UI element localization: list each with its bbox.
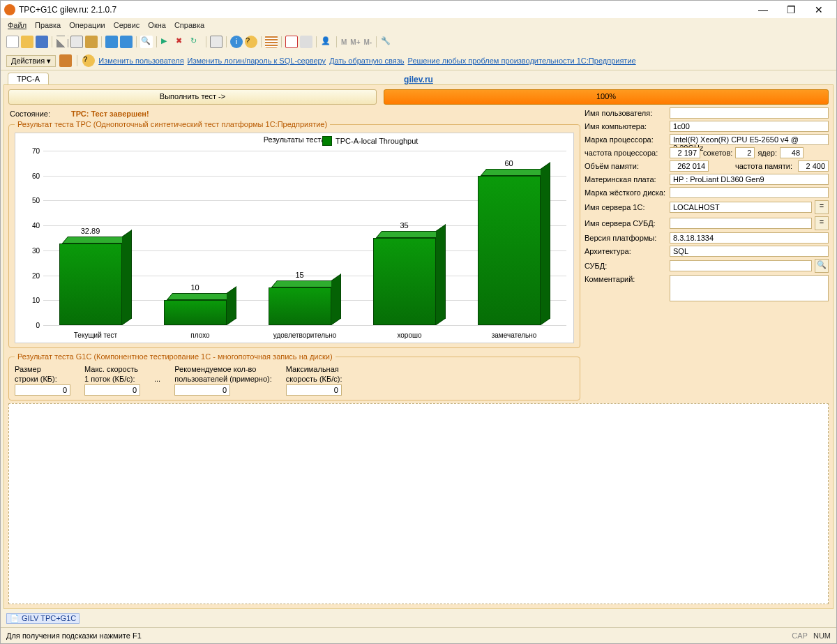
tab-tpc-a[interactable]: TPC-A <box>8 73 49 84</box>
help-icon[interactable]: ? <box>245 36 257 48</box>
state-value: ТРС: Тест завершен! <box>71 110 149 118</box>
mb-field[interactable]: HP : ProLiant DL360 Gen9 <box>670 174 829 185</box>
find-icon[interactable]: 🔍 <box>140 36 153 48</box>
window-controls: — ❐ ✕ <box>749 4 833 15</box>
mem-field[interactable]: 262 014 <box>670 160 709 172</box>
computer-label: Имя компьютера: <box>585 122 667 130</box>
legend-swatch <box>322 136 332 146</box>
progress-bar: 100% <box>384 89 829 105</box>
actions-dropdown[interactable]: Действия ▾ <box>6 55 56 67</box>
close-button[interactable]: ✕ <box>805 4 833 15</box>
close-doc-icon[interactable]: ✖ <box>175 36 188 48</box>
cut-icon[interactable] <box>56 36 68 48</box>
status-hint: Для получения подсказки нажмите F1 <box>6 631 142 640</box>
m-plus-button[interactable]: М+ <box>349 38 361 46</box>
m-minus-button[interactable]: М- <box>363 38 373 46</box>
launch-icon[interactable]: ▶ <box>160 36 173 48</box>
action-help-icon[interactable]: ? <box>82 54 95 67</box>
calc-icon[interactable] <box>300 36 312 48</box>
link-change-user[interactable]: Изменить пользователя <box>98 57 183 65</box>
chart-area: Результаты теста TPC-A-local Throughput … <box>15 133 574 343</box>
actions-bar: Действия ▾ ? Изменить пользователя Измен… <box>1 52 836 70</box>
title-bar: TPC+G1C gilev.ru: 2.1.0.7 — ❐ ✕ <box>1 1 836 18</box>
srvdb-field[interactable] <box>670 218 812 229</box>
grid-icon[interactable] <box>265 36 278 48</box>
menu-edit[interactable]: Правка <box>35 21 61 29</box>
menu-windows[interactable]: Окна <box>148 21 166 29</box>
copy2-icon[interactable] <box>210 36 223 48</box>
srvdb-eq-button[interactable]: = <box>815 216 829 230</box>
info-panel: Имя пользователя: Имя компьютера:1c00 Ма… <box>585 107 829 400</box>
mem-label: Объём памяти: <box>585 162 667 170</box>
hdd-label: Марка жёсткого диска: <box>585 188 667 197</box>
paste-icon[interactable] <box>85 36 98 48</box>
redo-icon[interactable] <box>120 36 133 48</box>
platform-field[interactable]: 8.3.18.1334 <box>670 232 829 244</box>
g1c-legend: Результат теста G1C (Компонентное тестир… <box>15 352 335 361</box>
state-label: Состояние: <box>10 110 50 118</box>
tpc-result-group: Результат теста ТРС (Однопоточный синтет… <box>8 120 580 348</box>
content-area: Выполнить тест -> 100% Состояние: ТРС: Т… <box>3 84 834 609</box>
new-icon[interactable] <box>6 36 19 48</box>
arch-field[interactable]: SQL <box>670 246 829 257</box>
menu-bar: Файл Правка Операции Сервис Окна Справка <box>1 18 836 32</box>
status-cap: CAP <box>792 631 808 640</box>
link-problems[interactable]: Решение любых проблем производительности… <box>408 57 636 65</box>
user-icon[interactable]: 👤 <box>320 36 333 48</box>
m-button[interactable]: М <box>340 38 347 46</box>
copy-icon[interactable] <box>70 36 83 48</box>
settings-icon[interactable]: 🔧 <box>380 36 393 48</box>
memfreq-label: частота памяти: <box>711 162 795 170</box>
subd-field[interactable] <box>670 260 812 271</box>
minimize-button[interactable]: — <box>749 4 777 15</box>
menu-service[interactable]: Сервис <box>114 21 140 29</box>
run-test-button[interactable]: Выполнить тест -> <box>8 89 377 105</box>
srv1c-label: Имя сервера 1С: <box>585 203 667 211</box>
refresh-icon[interactable]: ↻ <box>190 36 202 48</box>
comment-label: Комментарий: <box>585 275 667 283</box>
computer-field[interactable]: 1c00 <box>670 121 829 132</box>
output-area <box>8 403 829 604</box>
calendar-icon[interactable] <box>285 36 298 48</box>
cpu-field[interactable]: Intel(R) Xeon(R) CPU E5-2650 v4 @ 2.20GH… <box>670 134 829 145</box>
info-icon[interactable]: i <box>230 36 243 48</box>
memfreq-field[interactable]: 2 400 <box>798 160 829 172</box>
open-icon[interactable] <box>21 36 33 48</box>
subd-label: СУБД: <box>585 262 667 270</box>
domain-link[interactable]: gilev.ru <box>404 75 433 84</box>
srv1c-eq-button[interactable]: = <box>815 200 829 214</box>
menu-help[interactable]: Справка <box>174 21 204 29</box>
menu-file[interactable]: Файл <box>8 21 27 29</box>
link-change-sql[interactable]: Изменить логин/пароль к SQL-серверу <box>188 57 326 65</box>
status-num: NUM <box>813 631 831 640</box>
subd-search-button[interactable]: 🔍 <box>815 259 829 273</box>
app-icon <box>4 4 15 15</box>
chart-title: Результаты теста <box>15 133 573 146</box>
user-field[interactable] <box>670 107 829 119</box>
main-toolbar: 🔍 ▶ ✖ ↻ i ? 👤 М М+ М- 🔧 <box>1 32 836 52</box>
arch-label: Архитектура: <box>585 247 667 255</box>
cores-field[interactable]: 48 <box>780 147 804 158</box>
legend-label: TPC-A-local Throughput <box>335 137 418 145</box>
mb-label: Материнская плата: <box>585 175 667 184</box>
menu-operations[interactable]: Операции <box>69 21 105 29</box>
maximize-button[interactable]: ❐ <box>777 4 805 15</box>
sockets-field[interactable]: 2 <box>735 147 755 158</box>
tab-row: TPC-A gilev.ru <box>1 70 836 84</box>
undo-icon[interactable] <box>105 36 118 48</box>
document-tag[interactable]: 📄 GILV TPC+G1C <box>6 613 80 624</box>
hdd-field[interactable] <box>670 187 829 198</box>
window-title: TPC+G1C gilev.ru: 2.1.0.7 <box>19 5 116 15</box>
tpc-legend: Результат теста ТРС (Однопоточный синтет… <box>15 120 330 128</box>
platform-label: Версия платформы: <box>585 234 667 242</box>
comment-field[interactable] <box>670 275 829 301</box>
srv1c-field[interactable]: LOCALHOST <box>670 202 812 213</box>
user-label: Имя пользователя: <box>585 109 667 117</box>
action-nav-icon[interactable] <box>59 54 72 67</box>
sockets-label: сокетов: <box>703 149 732 157</box>
cores-label: ядер: <box>757 149 777 157</box>
link-feedback[interactable]: Дать обратную связь <box>329 57 404 65</box>
save-icon[interactable] <box>36 36 48 48</box>
freq-field[interactable]: 2 197 <box>670 147 700 158</box>
freq-label: частота процессора: <box>585 149 667 157</box>
